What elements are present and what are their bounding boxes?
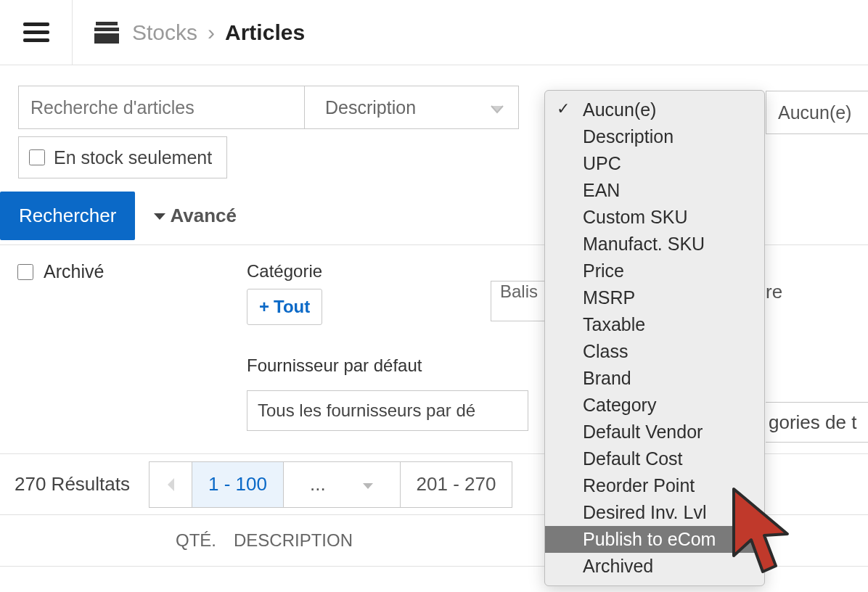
dropdown-option[interactable]: Publish to eCom <box>545 526 764 553</box>
page-selector[interactable]: ... <box>284 462 401 507</box>
hamburger-button[interactable] <box>0 0 73 65</box>
chevron-down-icon <box>152 205 167 227</box>
dropdown-option[interactable]: Description <box>545 123 764 150</box>
dropdown-option[interactable]: Aucun(e) <box>545 96 764 123</box>
svg-rect-1 <box>23 30 49 34</box>
page-current[interactable]: 1 - 100 <box>192 462 284 507</box>
svg-rect-5 <box>94 33 119 44</box>
advanced-toggle[interactable]: Avancé <box>152 205 237 227</box>
chevron-down-icon <box>491 97 504 118</box>
dropdown-option[interactable]: EAN <box>545 177 764 204</box>
svg-rect-3 <box>96 22 118 25</box>
svg-rect-2 <box>23 38 49 42</box>
secondary-dropdown[interactable]: Aucun(e) <box>766 91 868 134</box>
page-prev-button[interactable] <box>150 462 192 507</box>
dropdown-option[interactable]: Manufact. SKU <box>545 231 764 258</box>
dropdown-option[interactable]: Default Vendor <box>545 419 764 445</box>
dropdown-option[interactable]: Price <box>545 258 764 284</box>
in-stock-checkbox[interactable] <box>29 149 45 165</box>
archived-checkbox[interactable] <box>17 264 33 280</box>
dropdown-option[interactable]: Reorder Point <box>545 472 764 499</box>
add-category-label: Tout <box>274 297 310 317</box>
page-last[interactable]: 201 - 270 <box>401 462 512 507</box>
breadcrumb[interactable]: Stocks › Articles <box>132 20 305 45</box>
plus-icon: + <box>259 297 269 317</box>
dropdown-option[interactable]: Taxable <box>545 311 764 338</box>
results-count: 270 Résultats <box>15 473 130 496</box>
dropdown-option[interactable]: UPC <box>545 150 764 177</box>
in-stock-only-toggle[interactable]: En stock seulement <box>18 136 227 178</box>
dropdown-option[interactable]: Custom SKU <box>545 204 764 231</box>
dropdown-option[interactable]: Brand <box>545 365 764 392</box>
field-dropdown-popup[interactable]: Aucun(e)DescriptionUPCEANCustom SKUManuf… <box>544 90 765 586</box>
hamburger-icon <box>23 22 49 43</box>
th-qty: QTÉ. <box>176 530 216 551</box>
dropdown-label: Description <box>325 97 416 118</box>
pagination: 1 - 100 ... 201 - 270 <box>149 461 513 508</box>
stocks-icon <box>94 22 119 44</box>
archived-filter[interactable]: Archivé <box>17 261 239 282</box>
breadcrumb-parent[interactable]: Stocks <box>132 20 197 45</box>
label-fragment-gories[interactable]: gories de t <box>766 402 868 443</box>
search-input[interactable] <box>18 86 305 129</box>
th-description: DESCRIPTION <box>234 530 353 551</box>
app-header: Stocks › Articles <box>0 0 868 65</box>
svg-rect-4 <box>94 28 119 31</box>
archived-label: Archivé <box>44 261 104 282</box>
breadcrumb-current: Articles <box>225 20 305 45</box>
in-stock-label: En stock seulement <box>54 147 212 168</box>
dropdown-option[interactable]: Archived <box>545 553 764 580</box>
dropdown-option[interactable]: Class <box>545 338 764 365</box>
chevron-right-icon: › <box>208 20 215 45</box>
add-category-button[interactable]: + Tout <box>247 289 322 325</box>
default-supplier-dropdown[interactable] <box>247 390 528 431</box>
dropdown-option[interactable]: Default Cost <box>545 445 764 472</box>
dropdown-option[interactable]: Category <box>545 392 764 419</box>
tags-input-fragment[interactable]: Balis <box>491 281 547 321</box>
svg-rect-0 <box>23 22 49 26</box>
page-dots: ... <box>310 473 326 496</box>
chevron-down-icon <box>362 473 374 496</box>
dropdown-option[interactable]: Desired Inv. Lvl <box>545 499 764 526</box>
advanced-label: Avancé <box>170 205 237 227</box>
dropdown-label: Aucun(e) <box>778 102 851 123</box>
dropdown-option[interactable]: MSRP <box>545 284 764 311</box>
label-fragment-re: re <box>766 281 782 303</box>
search-button[interactable]: Rechercher <box>0 192 135 240</box>
search-field-dropdown[interactable]: Description <box>305 86 519 129</box>
